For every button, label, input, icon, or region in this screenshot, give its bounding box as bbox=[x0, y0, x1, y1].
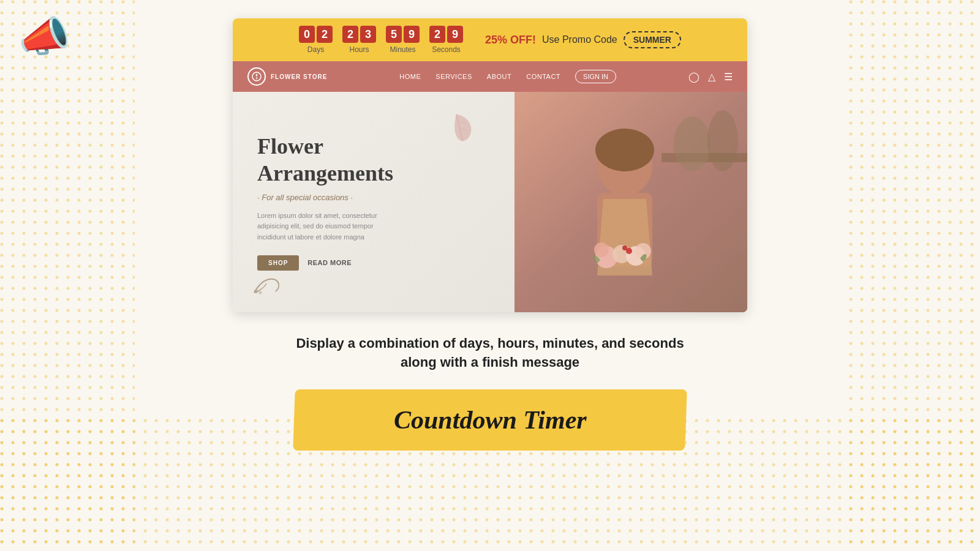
minutes-unit: 5 9 Minutes bbox=[386, 26, 420, 54]
hours-label: Hours bbox=[350, 45, 369, 54]
main-content: 0 2 Days 2 3 Hours 5 bbox=[0, 0, 980, 551]
promo-label: Use Promo Code bbox=[542, 34, 617, 45]
svg-point-6 bbox=[259, 291, 262, 294]
days-label: Days bbox=[307, 45, 324, 54]
menu-icon[interactable]: ☰ bbox=[724, 71, 733, 83]
seconds-digit-1: 2 bbox=[429, 26, 445, 43]
nav-services[interactable]: SERVICES bbox=[435, 73, 472, 80]
read-more-button[interactable]: READ MORE bbox=[307, 259, 352, 266]
nav-icons: ◯ △ ☰ bbox=[688, 71, 733, 83]
hero-right bbox=[514, 92, 747, 312]
megaphone-icon: 📣 bbox=[18, 12, 70, 61]
hero-image bbox=[514, 92, 747, 312]
promo-code-badge: SUMMER bbox=[624, 31, 681, 48]
hero-buttons: SHOP READ MORE bbox=[257, 255, 490, 271]
hours-digits: 2 3 bbox=[342, 26, 376, 43]
countdown-banner: 0 2 Days 2 3 Hours 5 bbox=[233, 18, 747, 61]
nav-contact[interactable]: CONTACT bbox=[526, 73, 560, 80]
seconds-digit-2: 9 bbox=[447, 26, 463, 43]
signin-button[interactable]: SIGN IN bbox=[575, 70, 616, 83]
bottom-leaf-decoration bbox=[251, 274, 282, 300]
minutes-digits: 5 9 bbox=[386, 26, 420, 43]
description-section: Display a combination of days, hours, mi… bbox=[296, 334, 684, 372]
nav-logo: FLOWER STORE bbox=[247, 67, 327, 86]
days-digits: 0 2 bbox=[299, 26, 333, 43]
hours-unit: 2 3 Hours bbox=[342, 26, 376, 54]
hours-digit-2: 3 bbox=[360, 26, 376, 43]
svg-point-19 bbox=[622, 246, 627, 250]
days-unit: 0 2 Days bbox=[299, 26, 333, 54]
hero-description: Lorem ipsum dolor sit amet, consectetur … bbox=[257, 211, 490, 243]
promo-area: 25% OFF! Use Promo Code SUMMER bbox=[485, 31, 681, 48]
svg-point-22 bbox=[707, 110, 738, 171]
minutes-digit-1: 5 bbox=[386, 26, 402, 43]
hero-section: FlowerArrangements · For all special occ… bbox=[233, 92, 747, 312]
days-digit-1: 0 bbox=[299, 26, 315, 43]
cart-icon[interactable]: △ bbox=[708, 71, 715, 83]
seconds-unit: 2 9 Seconds bbox=[429, 26, 463, 54]
discount-text: 25% OFF! bbox=[485, 34, 536, 47]
svg-point-16 bbox=[594, 242, 609, 257]
seconds-digits: 2 9 bbox=[429, 26, 463, 43]
timer-units: 0 2 Days 2 3 Hours 5 bbox=[299, 26, 463, 54]
logo-icon bbox=[247, 67, 266, 86]
minutes-label: Minutes bbox=[390, 45, 416, 54]
minutes-digit-2: 9 bbox=[404, 26, 420, 43]
navbar: FLOWER STORE HOME SERVICES ABOUT CONTACT… bbox=[233, 61, 747, 92]
nav-links: HOME SERVICES ABOUT CONTACT SIGN IN bbox=[399, 70, 616, 83]
seconds-label: Seconds bbox=[432, 45, 461, 54]
svg-point-21 bbox=[674, 116, 710, 171]
description-line1: Display a combination of days, hours, mi… bbox=[296, 334, 684, 353]
bottom-banner-text: Countdown Timer bbox=[394, 405, 587, 435]
shop-button[interactable]: SHOP bbox=[257, 255, 299, 271]
nav-about[interactable]: ABOUT bbox=[487, 73, 511, 80]
description-line2: along with a finish message bbox=[296, 353, 684, 372]
hero-subtitle: · For all special occasions · bbox=[257, 193, 490, 202]
days-digit-2: 2 bbox=[317, 26, 333, 43]
logo-text: FLOWER STORE bbox=[271, 73, 327, 80]
svg-point-11 bbox=[595, 129, 654, 171]
bottom-banner: Countdown Timer bbox=[293, 389, 687, 451]
svg-point-5 bbox=[254, 290, 258, 293]
hero-left: FlowerArrangements · For all special occ… bbox=[233, 92, 514, 312]
user-icon[interactable]: ◯ bbox=[688, 71, 699, 83]
hours-digit-1: 2 bbox=[342, 26, 358, 43]
nav-home[interactable]: HOME bbox=[399, 73, 421, 80]
browser-mockup: 0 2 Days 2 3 Hours 5 bbox=[233, 18, 747, 312]
